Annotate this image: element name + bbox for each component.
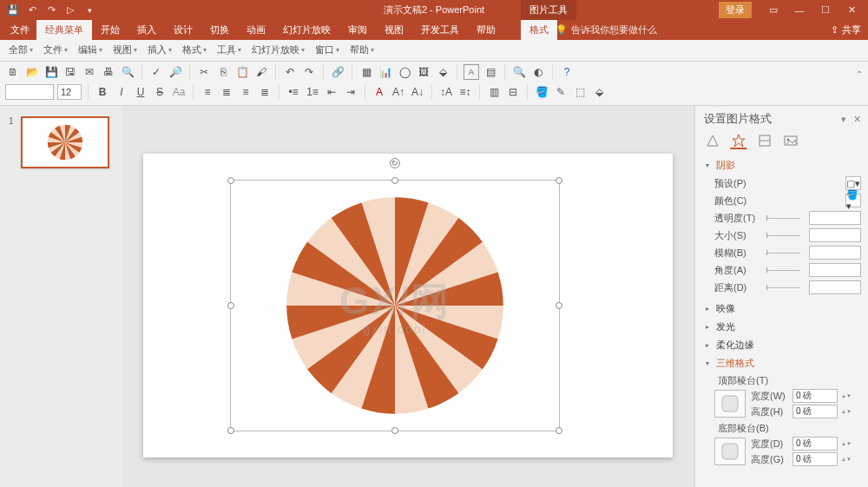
redo-icon[interactable]: ↷ xyxy=(45,4,57,16)
selection-box[interactable]: GX/网gxin.cool xyxy=(230,180,560,431)
top-bevel-preset[interactable] xyxy=(714,390,746,418)
ribbon-display-options-icon[interactable]: ▭ xyxy=(760,0,786,20)
save-icon[interactable]: 💾 xyxy=(43,64,59,80)
slide-thumb-1[interactable]: 1 xyxy=(9,116,113,168)
spin-icon[interactable]: ▲▼ xyxy=(841,409,850,414)
menu-format[interactable]: 格式 xyxy=(179,43,210,57)
outdent-icon[interactable]: ⇤ xyxy=(324,84,339,100)
shape-outline-icon[interactable]: ✎ xyxy=(553,84,569,100)
tab-format[interactable]: 格式 xyxy=(521,20,557,40)
bottom-bevel-preset[interactable] xyxy=(714,438,746,465)
section-reflection[interactable]: ▸映像 xyxy=(706,299,861,318)
menu-tools[interactable]: 工具 xyxy=(214,43,245,57)
text-align-vertical-icon[interactable]: ⊟ xyxy=(505,84,521,100)
help-icon[interactable]: ? xyxy=(559,64,575,80)
tab-view[interactable]: 视图 xyxy=(376,20,412,40)
transparency-input[interactable] xyxy=(809,211,861,225)
menu-help[interactable]: 帮助 xyxy=(346,43,378,57)
bottom-bevel-width-input[interactable]: 0 磅 xyxy=(792,437,838,451)
research-icon[interactable]: 🔎 xyxy=(168,64,183,80)
slide-canvas[interactable]: GX/网gxin.cool xyxy=(122,106,694,487)
copy-icon[interactable]: ⎘ xyxy=(215,64,231,80)
mail-icon[interactable]: ✉ xyxy=(82,64,97,80)
tab-design[interactable]: 设计 xyxy=(165,20,201,40)
menu-edit[interactable]: 编辑 xyxy=(75,43,106,57)
align-right-icon[interactable]: ≡ xyxy=(238,84,253,100)
tell-me[interactable]: 💡 告诉我你想要做什么 xyxy=(556,20,657,40)
shape-fill-icon[interactable]: 🪣 xyxy=(534,84,549,100)
hyperlink-icon[interactable]: 🔗 xyxy=(330,64,345,80)
section-glow[interactable]: ▸发光 xyxy=(706,318,861,336)
header-footer-icon[interactable]: ▤ xyxy=(483,64,498,80)
tab-help[interactable]: 帮助 xyxy=(468,20,504,40)
numbering-icon[interactable]: 1≡ xyxy=(305,84,320,100)
size-slider[interactable] xyxy=(763,233,804,238)
collapse-ribbon-icon[interactable]: ⌃ xyxy=(856,69,863,79)
resize-handle-tm[interactable] xyxy=(391,177,398,184)
distance-slider[interactable] xyxy=(763,285,804,290)
section-shadow[interactable]: ▾阴影 xyxy=(706,156,861,174)
undo-icon[interactable]: ↶ xyxy=(26,4,38,16)
tab-classic-menu[interactable]: 经典菜单 xyxy=(36,20,92,40)
menu-slideshow[interactable]: 幻灯片放映 xyxy=(248,43,308,57)
resize-handle-tr[interactable] xyxy=(556,177,562,184)
sunburst-image[interactable] xyxy=(282,193,508,418)
picture-icon[interactable]: 🖼 xyxy=(416,64,431,80)
menu-view[interactable]: 视图 xyxy=(109,43,141,57)
resize-handle-bm[interactable] xyxy=(391,427,398,434)
preset-dropdown[interactable]: ▢▾ xyxy=(845,176,861,190)
font-size-input[interactable]: 12 xyxy=(57,84,82,100)
share-button[interactable]: ⇪ 共享 xyxy=(831,20,861,40)
menu-file[interactable]: 文件 xyxy=(40,43,71,57)
size-properties-icon[interactable] xyxy=(756,132,773,149)
clear-format-icon[interactable]: Aa xyxy=(171,84,187,100)
bold-icon[interactable]: B xyxy=(95,84,110,100)
spin-icon[interactable]: ▲▼ xyxy=(841,441,850,446)
align-center-icon[interactable]: ≣ xyxy=(219,84,234,100)
section-soft-edges[interactable]: ▸柔化边缘 xyxy=(706,336,861,354)
distance-input[interactable] xyxy=(809,280,861,294)
spin-icon[interactable]: ▲▼ xyxy=(841,457,850,462)
cut-icon[interactable]: ✂ xyxy=(196,64,212,80)
angle-slider[interactable] xyxy=(763,267,804,273)
section-3d-format[interactable]: ▾三维格式 xyxy=(706,354,861,372)
tab-slideshow[interactable]: 幻灯片放映 xyxy=(274,20,339,40)
top-bevel-height-input[interactable]: 0 磅 xyxy=(792,405,838,418)
textbox-icon[interactable]: A xyxy=(464,64,479,80)
resize-handle-rm[interactable] xyxy=(556,302,562,309)
login-button[interactable]: 登录 xyxy=(719,2,752,18)
rotate-handle[interactable] xyxy=(390,158,400,168)
tab-home[interactable]: 开始 xyxy=(92,20,128,40)
chart-icon[interactable]: 📊 xyxy=(378,64,393,80)
tab-developer[interactable]: 开发工具 xyxy=(412,20,468,40)
effects-icon[interactable] xyxy=(730,132,747,149)
tab-insert[interactable]: 插入 xyxy=(128,20,165,40)
justify-icon[interactable]: ≣ xyxy=(257,84,273,100)
minimize-icon[interactable]: — xyxy=(786,0,812,20)
close-icon[interactable]: ✕ xyxy=(838,0,865,20)
bullets-icon[interactable]: •≡ xyxy=(286,84,301,100)
shapes-icon[interactable]: ◯ xyxy=(397,64,412,80)
resize-handle-br[interactable] xyxy=(556,427,562,434)
picture-icon[interactable] xyxy=(782,132,799,149)
italic-icon[interactable]: I xyxy=(114,84,129,100)
align-left-icon[interactable]: ≡ xyxy=(200,84,215,100)
smartart-icon[interactable]: ⬙ xyxy=(435,64,450,80)
pane-close-icon[interactable]: ✕ xyxy=(853,114,861,125)
indent-icon[interactable]: ⇥ xyxy=(343,84,358,100)
font-family-input[interactable] xyxy=(5,84,54,100)
top-bevel-width-input[interactable]: 0 磅 xyxy=(792,389,838,403)
color-dropdown[interactable]: 🪣▾ xyxy=(845,194,861,207)
fill-line-icon[interactable] xyxy=(704,132,721,149)
maximize-icon[interactable]: ☐ xyxy=(812,0,838,20)
paste-icon[interactable]: 📋 xyxy=(234,64,250,80)
menu-window[interactable]: 窗口 xyxy=(312,43,343,57)
font-color-icon[interactable]: A xyxy=(372,84,387,100)
tab-animations[interactable]: 动画 xyxy=(238,20,274,40)
preview-icon[interactable]: 🔍 xyxy=(120,64,135,80)
saveas-icon[interactable]: 🖫 xyxy=(62,64,78,80)
increase-font-icon[interactable]: A↑ xyxy=(391,84,406,100)
tab-transitions[interactable]: 切换 xyxy=(201,20,238,40)
tab-review[interactable]: 审阅 xyxy=(339,20,376,40)
open-icon[interactable]: 📂 xyxy=(24,64,40,80)
